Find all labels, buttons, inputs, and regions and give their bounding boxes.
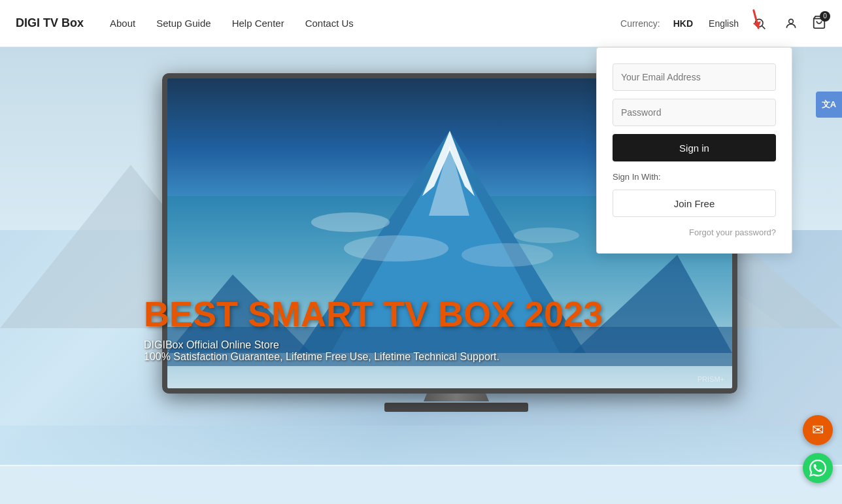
hero-subtitle-1: DIGIBox Official Online Store (144, 339, 603, 351)
translate-button[interactable]: 文A (816, 92, 842, 118)
currency-label: Currency: (620, 18, 660, 29)
password-input[interactable] (613, 99, 776, 126)
user-icon[interactable] (781, 13, 801, 34)
svg-point-2 (789, 19, 794, 24)
header: DIGI TV Box About Setup Guide Help Cente… (0, 0, 842, 47)
email-input[interactable] (613, 63, 776, 91)
email-icon: ✉ (812, 422, 824, 439)
whatsapp-float-button[interactable] (803, 453, 833, 483)
whatsapp-icon (809, 460, 826, 477)
forgot-password-link[interactable]: Forgot your password? (613, 227, 776, 237)
cart-badge: 0 (820, 11, 830, 22)
main-nav: About Setup Guide Help Center Contact Us (110, 18, 620, 29)
join-free-button[interactable]: Join Free (613, 190, 776, 217)
svg-point-20 (462, 243, 553, 267)
cart-icon-wrapper[interactable]: 0 (812, 15, 826, 32)
svg-point-19 (344, 235, 448, 261)
hero-text-block: BEST SMART TV BOX 2023 DIGIBox Official … (144, 295, 603, 363)
sign-in-with-label: Sign In With: (613, 172, 776, 182)
header-right: Currency: HKD English 0 (620, 13, 826, 34)
language-selector[interactable]: English (709, 18, 739, 29)
nav-setup-guide[interactable]: Setup Guide (156, 18, 210, 29)
nav-contact-us[interactable]: Contact Us (305, 18, 354, 29)
nav-help-center[interactable]: Help Center (232, 18, 284, 29)
sign-in-button[interactable]: Sign in (613, 134, 776, 161)
svg-point-17 (311, 212, 390, 232)
hero-subtitle-2: 100% Satisfaction Guarantee, Lifetime Fr… (144, 351, 603, 363)
translate-icon: 文A (822, 99, 836, 110)
nav-about[interactable]: About (110, 18, 135, 29)
email-float-button[interactable]: ✉ (803, 415, 833, 445)
site-logo[interactable]: DIGI TV Box (16, 16, 84, 30)
currency-value[interactable]: HKD (673, 18, 693, 29)
svg-point-18 (514, 227, 579, 243)
hero-title: BEST SMART TV BOX 2023 (144, 295, 603, 333)
login-dropdown: Sign in Sign In With: Join Free Forgot y… (596, 47, 792, 254)
